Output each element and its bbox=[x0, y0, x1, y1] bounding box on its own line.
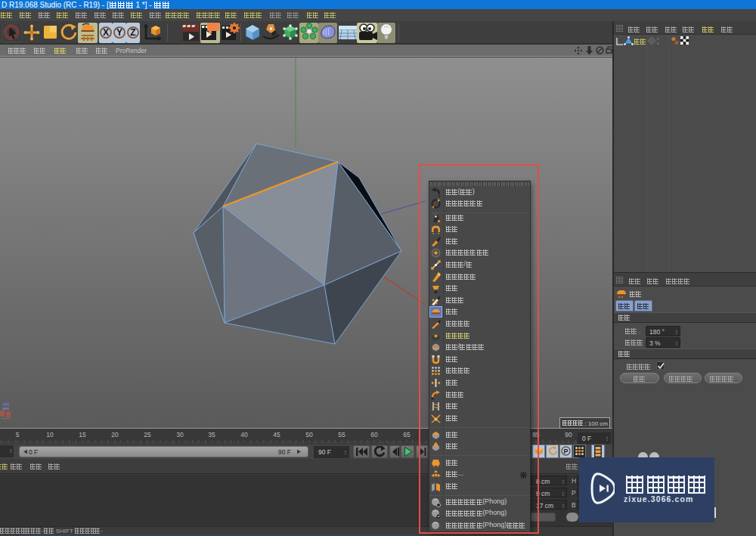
svg-text:P: P bbox=[563, 448, 568, 455]
svg-text:Z: Z bbox=[130, 27, 135, 38]
svg-text:Y: Y bbox=[116, 27, 122, 38]
svg-text:X: X bbox=[103, 27, 109, 38]
